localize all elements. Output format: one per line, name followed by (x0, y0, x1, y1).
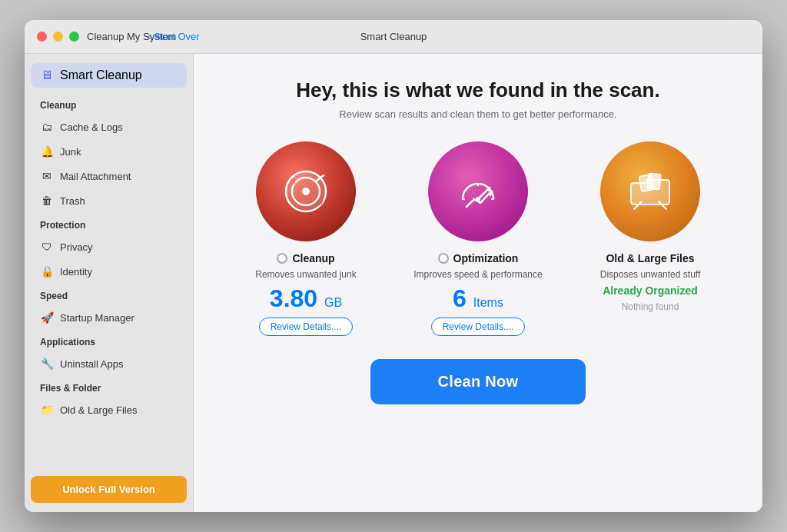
old-files-description: Disposes unwanted stuff (600, 269, 701, 280)
sidebar-section-cleanup: Cleanup (31, 94, 187, 114)
cleanup-value: 3.80 GB (270, 284, 342, 313)
page-subtitle: Review scan results and clean them to ge… (339, 108, 616, 120)
sidebar-section-protection: Protection (31, 214, 187, 234)
main-window: Cleanup My System ‹ Start Over Smart Cle… (25, 20, 762, 512)
unlock-full-version-button[interactable]: Unlock Full Version (31, 476, 187, 503)
traffic-lights (37, 32, 79, 42)
minimize-button[interactable] (53, 32, 63, 42)
trash-icon: 🗑 (40, 194, 54, 208)
svg-rect-12 (647, 173, 661, 189)
cleanup-circle: ✕ ✕ (256, 141, 356, 241)
back-button[interactable]: ‹ Start Over (148, 31, 200, 42)
sidebar-item-identity[interactable]: 🔒 Identity (31, 260, 187, 283)
sidebar-item-old-large-files[interactable]: 📁 Old & Large Files (31, 398, 187, 421)
sidebar-item-junk[interactable]: 🔔 Junk (31, 140, 187, 163)
smart-cleanup-icon: 🖥 (40, 68, 54, 82)
sidebar-active-label: Smart Cleanup (60, 68, 142, 82)
optimization-unit: Items (473, 296, 503, 309)
mail-icon: ✉ (40, 169, 54, 183)
sidebar-label-junk: Junk (60, 146, 81, 158)
cleanup-svg-icon: ✕ ✕ (279, 165, 333, 218)
sidebar: 🖥 Smart Cleanup Cleanup 🗂 Cache & Logs 🔔… (25, 54, 194, 512)
page-title: Hey, this is what we found in the scan. (296, 78, 659, 102)
already-organized-label: Already Organized (603, 284, 698, 297)
sidebar-label-startup: Startup Manager (60, 312, 134, 324)
junk-icon: 🔔 (40, 145, 54, 158)
cleanup-unit: GB (324, 296, 342, 309)
sidebar-item-startup-manager[interactable]: 🚀 Startup Manager (31, 306, 187, 329)
cleanup-radio[interactable] (277, 253, 287, 264)
optimization-radio[interactable] (438, 253, 449, 264)
optimization-description: Improves speed & performance (413, 269, 542, 280)
sidebar-section-applications: Applications (31, 331, 187, 351)
nothing-found-label: Nothing found (622, 301, 679, 312)
identity-icon: 🔒 (40, 264, 54, 278)
sidebar-item-cache-logs[interactable]: 🗂 Cache & Logs (31, 115, 187, 138)
cleanup-radio-row: Cleanup (277, 252, 334, 264)
sidebar-section-speed: Speed (31, 284, 187, 304)
sidebar-item-privacy[interactable]: 🛡 Privacy (31, 235, 187, 258)
old-files-title-row: Old & Large Files (606, 252, 694, 264)
svg-text:✕: ✕ (290, 178, 296, 186)
cache-logs-icon: 🗂 (40, 120, 54, 134)
privacy-icon: 🛡 (40, 240, 54, 254)
titlebar: Cleanup My System ‹ Start Over Smart Cle… (25, 20, 762, 54)
old-files-icon: 📁 (40, 403, 54, 417)
sidebar-item-mail-attachment[interactable]: ✉ Mail Attachment (31, 165, 187, 188)
startup-icon: 🚀 (40, 311, 54, 324)
content-area: 🖥 Smart Cleanup Cleanup 🗂 Cache & Logs 🔔… (25, 54, 762, 512)
old-files-title: Old & Large Files (606, 252, 694, 264)
uninstall-icon: 🔧 (40, 357, 54, 371)
optimization-items-number: 6 (453, 284, 467, 312)
sidebar-label-identity: Identity (60, 266, 92, 278)
optimization-circle (428, 141, 528, 241)
titlebar-center-title: Smart Cleanup (360, 31, 427, 42)
back-chevron-icon: ‹ (148, 31, 151, 42)
close-button[interactable] (37, 32, 47, 42)
main-panel: Hey, this is what we found in the scan. … (194, 54, 762, 512)
sidebar-label-privacy: Privacy (60, 241, 93, 253)
optimization-value: 6 Items (453, 284, 503, 313)
old-files-svg-icon (623, 165, 677, 218)
sidebar-label-trash: Trash (60, 195, 85, 207)
cleanup-review-button[interactable]: Review Details.... (259, 318, 354, 336)
svg-point-2 (302, 188, 310, 195)
optimization-svg-icon (451, 165, 505, 218)
optimization-card: Optimization Improves speed & performanc… (401, 141, 555, 336)
optimization-review-button[interactable]: Review Details.... (431, 318, 526, 336)
sidebar-label-mail: Mail Attachment (60, 171, 131, 182)
sidebar-section-files-folder: Files & Folder (31, 377, 187, 397)
sidebar-label-uninstall: Uninstall Apps (60, 358, 123, 370)
cleanup-title: Cleanup (292, 252, 334, 264)
clean-now-button[interactable]: Clean Now (370, 359, 586, 404)
sidebar-label-cache-logs: Cache & Logs (60, 121, 123, 133)
optimization-title: Optimization (453, 252, 519, 264)
sidebar-item-trash[interactable]: 🗑 Trash (31, 189, 187, 212)
optimization-radio-row: Optimization (438, 252, 519, 264)
sidebar-item-smart-cleanup[interactable]: 🖥 Smart Cleanup (31, 63, 187, 88)
cleanup-card: ✕ ✕ Cleanup Removes unwanted junk 3.80 G… (229, 141, 383, 336)
sidebar-label-old-files: Old & Large Files (60, 404, 137, 416)
maximize-button[interactable] (69, 32, 79, 42)
cleanup-description: Removes unwanted junk (255, 269, 356, 280)
old-files-circle (600, 141, 700, 241)
cards-row: ✕ ✕ Cleanup Removes unwanted junk 3.80 G… (224, 141, 732, 336)
svg-text:✕: ✕ (317, 199, 324, 208)
back-label: Start Over (154, 31, 199, 42)
old-large-files-card: Old & Large Files Disposes unwanted stuf… (573, 141, 727, 312)
sidebar-item-uninstall-apps[interactable]: 🔧 Uninstall Apps (31, 352, 187, 375)
cleanup-size-number: 3.80 (270, 284, 317, 312)
